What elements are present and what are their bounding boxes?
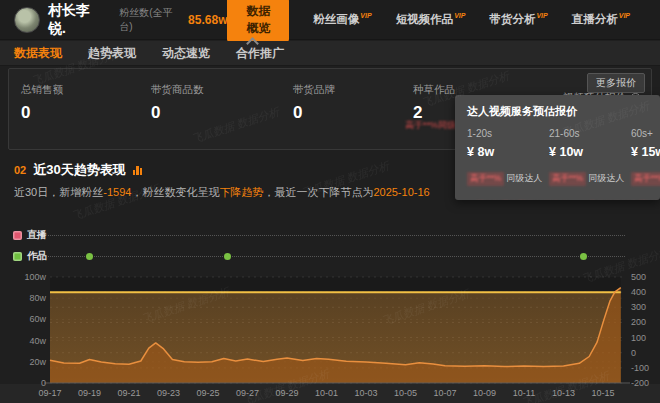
x-axis-tick: 09-25 (196, 388, 219, 398)
x-axis-tick: 10-11 (513, 388, 535, 398)
redacted-percent-tag: 高于**% (467, 172, 504, 186)
quote-col-21-60s: 21-60s ¥ 10w 高于**%同级达人 (549, 128, 631, 186)
price-value: ¥ 10w (549, 145, 631, 159)
bar-chart-icon (133, 165, 143, 175)
vip-badge: VIP (360, 12, 371, 19)
price-value: ¥ 15w (631, 145, 660, 159)
section-number: 02 (14, 164, 26, 176)
quote-columns: 1-20s ¥ 8w 高于**%同级达人 21-60s ¥ 10w 高于**%同… (467, 128, 660, 186)
x-axis-tick: 09-29 (275, 388, 298, 398)
summary-fragment: 近30日，新增粉丝 (14, 186, 103, 198)
nav-item-trend[interactable]: 趋势表现 (88, 45, 136, 62)
stat-label: 带货商品数 (151, 83, 204, 97)
nav-item-activity[interactable]: 动态速览 (162, 45, 210, 62)
tab-data-overview[interactable]: 数据概览 (227, 0, 289, 42)
influencer-name: 村长李锐. (48, 2, 105, 38)
trend-chart-svg: 100w80w60w40w20w05004003002001000-100-20… (0, 262, 660, 403)
works-marker-track (48, 256, 625, 257)
quote-tooltip-title: 达人视频服务预估报价 (467, 104, 660, 119)
x-axis-tick: 10-03 (354, 388, 377, 398)
left-axis-tick: 60w (29, 314, 46, 324)
stat-label: 带货品牌 (293, 83, 335, 97)
duration-label: 21-60s (549, 128, 631, 139)
summary-fragment: ，最近一次下降节点为 (263, 186, 373, 198)
quote-footnotes: ＊报价为平台预估仅供参考 ＊具体价格以实际沟通为准 (467, 194, 660, 200)
nav-item-cooperation[interactable]: 合作推广 (236, 45, 284, 62)
left-axis-tick: 20w (29, 357, 46, 367)
x-axis-tick: 10-09 (473, 388, 496, 398)
drop-date-value: 2025-10-16 (373, 186, 429, 198)
fans-count-value: 85.68w (188, 13, 227, 27)
live-legend-label: 直播 (27, 228, 47, 242)
quote-col-1-20s: 1-20s ¥ 8w 高于**%同级达人 (467, 128, 549, 186)
tab-label: 粉丝画像 (313, 13, 359, 25)
right-axis-tick: 0 (631, 348, 636, 358)
vip-badge: VIP (619, 12, 630, 19)
live-legend-icon (13, 231, 22, 240)
tab-label: 短视频作品 (396, 13, 454, 25)
more-quotes-button[interactable]: 更多报价 (587, 73, 645, 93)
live-marker-track (48, 235, 625, 236)
tab-ecommerce-analysis[interactable]: 带货分析VIP (489, 12, 547, 27)
right-axis-tick: 200 (631, 317, 646, 327)
left-axis-tick: 100w (24, 272, 46, 282)
works-marker-row: 作品 (0, 249, 660, 263)
tab-label: 带货分析 (489, 13, 535, 25)
stat-total-sales: 总销售额 0 (21, 83, 63, 123)
work-published-dot[interactable] (580, 253, 587, 260)
stat-seed-works: 种草作品 2 (413, 83, 455, 123)
nav-item-data-performance[interactable]: 数据表现 (14, 45, 62, 62)
peer-label: 同级达人 (588, 173, 624, 183)
work-published-dot[interactable] (224, 253, 231, 260)
redacted-percent-tag: 高于**% (549, 172, 586, 186)
avatar[interactable] (14, 7, 40, 33)
works-legend-icon (13, 252, 22, 261)
peer-label: 同级达人 (506, 173, 542, 183)
trend-summary-text: 近30日，新增粉丝-1594，粉丝数变化呈现下降趋势，最近一次下降节点为2025… (14, 185, 430, 200)
x-axis-tick: 10-05 (394, 388, 417, 398)
stat-label: 种草作品 (413, 83, 455, 97)
tab-label: 直播分析 (572, 13, 618, 25)
x-axis-tick: 10-15 (591, 388, 614, 398)
stat-label: 总销售额 (21, 83, 63, 97)
work-published-dot[interactable] (86, 253, 93, 260)
stat-value: 0 (151, 103, 204, 123)
left-axis-tick: 40w (29, 336, 46, 346)
stat-brand-count: 带货品牌 0 (293, 83, 335, 123)
left-axis-tick: 80w (29, 293, 46, 303)
section-heading: 近30天趋势表现 (33, 161, 125, 179)
fans-count-label: 粉丝数(全平台) (119, 6, 183, 34)
duration-label: 1-20s (467, 128, 549, 139)
x-axis-tick: 09-19 (78, 388, 101, 398)
fans-trend-chart[interactable]: 100w80w60w40w20w05004003002001000-100-20… (0, 262, 660, 403)
vip-badge: VIP (536, 12, 547, 19)
duration-label: 60s+ (631, 128, 660, 139)
right-axis-tick: 500 (631, 272, 646, 282)
tab-live-analysis[interactable]: 直播分析VIP (572, 12, 630, 27)
x-axis-tick: 10-13 (552, 388, 575, 398)
price-value: ¥ 8w (467, 145, 549, 159)
tab-fans-portrait[interactable]: 粉丝画像VIP (313, 12, 371, 27)
x-axis-tick: 10-07 (433, 388, 456, 398)
right-axis-tick: 400 (631, 287, 646, 297)
chevron-up-icon[interactable] (248, 36, 257, 45)
stat-value: 0 (21, 103, 63, 123)
header-tabs: 数据概览 粉丝画像VIP 短视频作品VIP 带货分析VIP 直播分析VIP (227, 0, 630, 42)
trend-direction-value: 下降趋势 (219, 186, 263, 198)
right-axis-tick: -200 (631, 378, 649, 388)
left-axis-tick: 0 (41, 378, 46, 388)
header: 村长李锐. 粉丝数(全平台) 85.68w 数据概览 粉丝画像VIP 短视频作品… (0, 0, 660, 40)
x-axis-tick: 10-01 (315, 388, 338, 398)
x-axis-tick: 09-21 (117, 388, 140, 398)
right-axis-tick: -100 (631, 363, 649, 373)
quote-tooltip: 达人视频服务预估报价 1-20s ¥ 8w 高于**%同级达人 21-60s ¥… (455, 95, 660, 200)
redacted-percent-tag: 高于**% (631, 172, 660, 186)
stat-value: 0 (293, 103, 335, 123)
x-axis-tick: 09-17 (38, 388, 61, 398)
quote-col-60s-plus: 60s+ ¥ 15w 高于**%同级达人 (631, 128, 660, 186)
fans-delta-value: -1594 (103, 186, 131, 198)
stat-product-count: 带货商品数 0 (151, 83, 204, 123)
x-axis-tick: 09-23 (157, 388, 180, 398)
live-marker-row: 直播 (0, 228, 660, 242)
tab-short-video[interactable]: 短视频作品VIP (396, 12, 466, 27)
